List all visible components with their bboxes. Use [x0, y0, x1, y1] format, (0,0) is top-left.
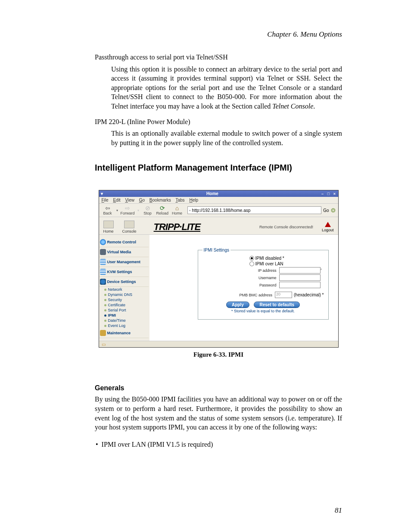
- ipmi-footnote: * Stored value is equal to the default.: [202, 309, 324, 313]
- reload-icon: ⟳: [160, 205, 165, 211]
- window-titlebar: ▾ Home – □ ×: [99, 190, 338, 197]
- statusbar-lock-icon: ▭: [102, 342, 106, 347]
- menubar: File Edit View Go Bookmarks Tabs Help: [99, 197, 338, 204]
- label-bmc: PMB BMC address: [239, 293, 272, 297]
- sidebar-user-management[interactable]: User Management: [99, 257, 149, 267]
- menu-help[interactable]: Help: [189, 198, 198, 202]
- url-bar[interactable]: ▫ http://192.168.1.188/home.asp: [187, 206, 321, 214]
- para-passthrough-body: Using this option it is possible to conn…: [111, 65, 342, 111]
- forward-arrow-icon: ⇨: [125, 205, 130, 211]
- brand-logo: TRIPP·LITE: [154, 221, 201, 233]
- label-ipmi-lan: IPMI over LAN: [255, 261, 299, 266]
- sidebar-maintenance[interactable]: Maintenance: [99, 328, 149, 338]
- bullet-text-1: IPMI over LAN (IPMI V1.5 is required): [102, 441, 213, 448]
- sidebar-item-security[interactable]: Security: [99, 297, 149, 302]
- para-passthrough-title: Passthrough access to serial port via Te…: [95, 53, 342, 62]
- browser-toolbar: ⇦ Back ▾ ⇨ Forward ▾ ⊘ Stop ⟳ Reload: [99, 204, 338, 217]
- sidebar: Remote Control Virtual Media User Manage…: [99, 235, 149, 341]
- bullet-dot-icon: •: [96, 441, 98, 448]
- app-home-icon: [103, 221, 114, 228]
- home-button[interactable]: ⌂ Home: [171, 205, 183, 215]
- input-bmc[interactable]: 20: [275, 292, 292, 298]
- app-console-link[interactable]: Console: [122, 221, 137, 233]
- minimize-button[interactable]: –: [320, 191, 325, 196]
- menu-edit[interactable]: Edit: [113, 198, 120, 202]
- virtual-media-icon: [100, 249, 106, 255]
- sidebar-virtual-media[interactable]: Virtual Media: [99, 247, 149, 257]
- stop-button[interactable]: ⊘ Stop: [142, 205, 154, 215]
- throbber-icon: ❂: [331, 207, 336, 214]
- sidebar-item-ddns[interactable]: Dynamic DNS: [99, 292, 149, 297]
- sidebar-item-serial[interactable]: Serial Port: [99, 308, 149, 313]
- user-management-icon: [100, 259, 106, 265]
- back-arrow-icon: ⇦: [105, 205, 110, 211]
- content-area: IPMI Settings IPMI disabled * IPMI over …: [149, 235, 338, 341]
- browser-window: ▾ Home – □ × File Edit View Go Bookmarks…: [99, 190, 339, 348]
- label-ipmi-disabled: IPMI disabled *: [255, 256, 299, 261]
- forward-dropdown-icon[interactable]: ▾: [137, 208, 139, 212]
- app-home-link[interactable]: Home: [103, 221, 114, 233]
- logout-icon: [325, 222, 331, 227]
- app-console-icon: [124, 221, 134, 228]
- ipmi-settings-fieldset: IPMI Settings IPMI disabled * IPMI over …: [198, 248, 329, 320]
- logout-link[interactable]: Logout: [322, 222, 334, 232]
- menu-tabs[interactable]: Tabs: [175, 198, 184, 202]
- input-pass[interactable]: [279, 282, 321, 288]
- radio-ipmi-lan[interactable]: [249, 261, 254, 266]
- sidebar-kvm-settings[interactable]: KVM Settings: [99, 267, 149, 277]
- menu-go[interactable]: Go: [139, 198, 145, 202]
- reload-button[interactable]: ⟳ Reload: [156, 205, 169, 215]
- menu-bookmarks[interactable]: Bookmarks: [149, 198, 171, 202]
- device-settings-icon: [100, 279, 106, 285]
- subsection-title-generals: Generals: [95, 384, 342, 392]
- para-ipm-title: IPM 220-L (Inline Power Module): [95, 117, 342, 127]
- app-menu-icon[interactable]: ▾: [99, 191, 105, 196]
- apply-button[interactable]: Apply: [226, 302, 249, 308]
- statusbar: ▭: [99, 341, 338, 347]
- figure-ipmi-screenshot: ▾ Home – □ × File Edit View Go Bookmarks…: [95, 190, 342, 358]
- back-button[interactable]: ⇦ Back: [102, 205, 114, 215]
- input-ip[interactable]: [279, 267, 321, 274]
- ipmi-legend: IPMI Settings: [202, 248, 230, 252]
- sidebar-item-eventlog[interactable]: Event Log: [99, 323, 149, 328]
- forward-button[interactable]: ⇨ Forward: [121, 205, 135, 215]
- section-title-ipmi: Intelligent Platform Management Interfac…: [95, 163, 342, 173]
- page-icon: ▫: [189, 208, 191, 213]
- sidebar-device-settings[interactable]: Device Settings: [99, 277, 149, 287]
- sidebar-item-ipmi[interactable]: IPMI: [99, 313, 149, 318]
- label-hex: (hexadecimal) *: [294, 292, 324, 297]
- stop-icon: ⊘: [145, 205, 150, 211]
- home-icon: ⌂: [175, 205, 179, 211]
- console-status: Remote Console disconnected!: [259, 225, 313, 229]
- close-button[interactable]: ×: [332, 191, 337, 196]
- menu-view[interactable]: View: [125, 198, 134, 202]
- radio-ipmi-disabled[interactable]: [249, 256, 254, 261]
- para-ipm-body: This is an optionally available external…: [111, 129, 342, 147]
- app-header: Home Console TRIPP·LITE Remote Console d…: [99, 217, 338, 235]
- maximize-button[interactable]: □: [326, 191, 331, 196]
- para-generals: By using the B050-000 IPMI facilities yo…: [95, 395, 342, 432]
- remote-control-icon: [100, 239, 106, 245]
- back-dropdown-icon[interactable]: ▾: [116, 208, 118, 212]
- label-user: Username: [258, 276, 277, 280]
- para2-text-c: .: [313, 103, 315, 110]
- figure-caption: Figure 6-33. IPMI: [95, 351, 342, 358]
- menu-file[interactable]: File: [102, 198, 109, 202]
- maintenance-icon: [100, 330, 106, 336]
- bullet-item-1: • IPMI over LAN (IPMI V1.5 is required): [95, 441, 342, 448]
- input-user[interactable]: [279, 274, 321, 281]
- label-pass: Password: [259, 283, 277, 287]
- url-text: http://192.168.1.188/home.asp: [192, 208, 251, 213]
- sidebar-item-certificate[interactable]: Certificate: [99, 302, 149, 308]
- reset-button[interactable]: Reset to defaults: [254, 302, 300, 308]
- label-ip: IP address: [258, 268, 277, 273]
- window-title: Home: [105, 191, 320, 196]
- page-number: 81: [335, 506, 342, 515]
- para2-telnet-console: Telnet Console: [272, 103, 313, 110]
- chapter-header: Chapter 6. Menu Options: [95, 30, 342, 39]
- sidebar-remote-control[interactable]: Remote Control: [99, 237, 149, 247]
- sidebar-item-datetime[interactable]: Date/Time: [99, 318, 149, 323]
- go-button[interactable]: Go: [323, 208, 329, 213]
- kvm-settings-icon: [100, 269, 106, 275]
- sidebar-item-network[interactable]: Network: [99, 287, 149, 292]
